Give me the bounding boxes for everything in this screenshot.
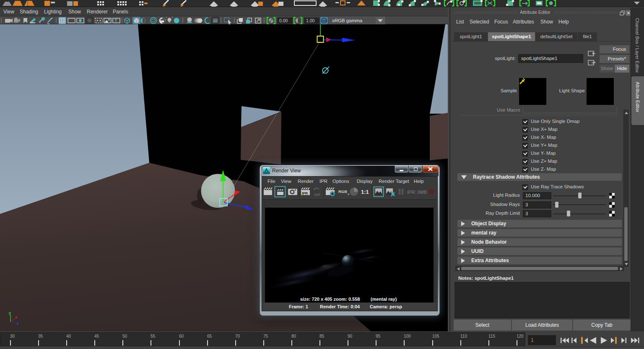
- svg-text:sRGB gamma: sRGB gamma: [332, 18, 363, 23]
- svg-text:size: 720 x 405 zoom: 0.558: size: 720 x 405 zoom: 0.558: [300, 297, 360, 302]
- svg-text:y: y: [9, 311, 11, 315]
- svg-text:T: T: [115, 18, 117, 23]
- svg-text:IPR: IPR: [302, 191, 308, 195]
- svg-text:IPR: IPR: [314, 193, 320, 197]
- svg-text:1:1: 1:1: [361, 189, 369, 195]
- svg-text:0.00: 0.00: [279, 18, 288, 23]
- svg-text:RGB: RGB: [338, 189, 347, 194]
- svg-text:(mental ray): (mental ray): [371, 297, 397, 302]
- svg-text:z: z: [17, 321, 19, 326]
- svg-text:ON: ON: [322, 19, 327, 22]
- svg-text:1.00: 1.00: [306, 18, 315, 23]
- svg-text:x: x: [15, 315, 17, 319]
- svg-text:IPR: 0MB: IPR: 0MB: [407, 190, 427, 195]
